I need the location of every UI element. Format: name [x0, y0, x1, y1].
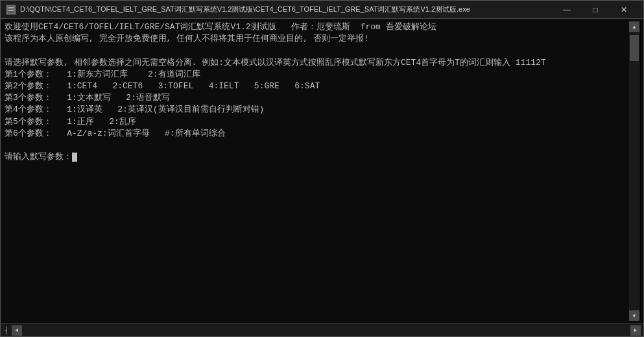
text-cursor: [72, 153, 77, 162]
title-bar: D:\QQTN\CET4_CET6_TOFEL_IELT_GRE_SAT词汇默写…: [1, 1, 643, 19]
console-area: 欢迎使用CET4/CET6/TOFEL/IELT/GRE/SAT词汇默写系统V1…: [1, 19, 643, 323]
title-bar-left: D:\QQTN\CET4_CET6_TOFEL_IELT_GRE_SAT词汇默写…: [6, 5, 470, 15]
console-line: 第1个参数： 1:新东方词汇库 2:有道词汇库: [5, 69, 629, 81]
console-line: 该程序为本人原创编写, 完全开放免费使用, 任何人不得将其用于任何商业目的, 否…: [5, 33, 629, 45]
scroll-left-button[interactable]: ◄: [12, 325, 22, 336]
svg-rect-2: [8, 10, 14, 11]
horizontal-scrollbar-track[interactable]: [22, 325, 630, 336]
console-line: 请选择默写参数, 相邻参数选择之间无需空格分离. 例如:文本模式以汉译英方式按照…: [5, 57, 629, 69]
window-controls: — □ ✕: [553, 1, 638, 19]
minimize-button[interactable]: —: [553, 1, 581, 19]
console-line: 第2个参数： 1:CET4 2:CET6 3:TOFEL 4:IELT 5:GR…: [5, 81, 629, 92]
scrollbar-thumb[interactable]: [630, 35, 639, 61]
svg-rect-1: [8, 7, 14, 8]
scroll-down-button[interactable]: ▼: [629, 310, 639, 321]
console-line: 第5个参数： 1:正序 2:乱序: [5, 116, 629, 128]
console-line: [5, 45, 629, 56]
scrollbar-track[interactable]: [629, 32, 639, 310]
maximize-button[interactable]: □: [581, 1, 610, 19]
console-line: 第4个参数： 1:汉译英 2:英译汉(英译汉目前需自行判断对错): [5, 104, 629, 116]
console-line: 请输入默写参数：: [5, 151, 629, 163]
scroll-right-button[interactable]: ►: [630, 325, 641, 336]
scroll-up-button[interactable]: ▲: [629, 21, 639, 32]
bottom-bar: ┤ ◄ ►: [1, 323, 643, 336]
window-title: D:\QQTN\CET4_CET6_TOFEL_IELT_GRE_SAT词汇默写…: [20, 5, 470, 14]
status-indicator: ┤: [1, 327, 9, 334]
horizontal-scrollbar[interactable]: ◄ ►: [12, 325, 641, 336]
app-icon: [6, 5, 16, 15]
console-line: 第3个参数： 1:文本默写 2:语音默写: [5, 92, 629, 104]
close-button[interactable]: ✕: [610, 1, 638, 19]
console-line: 欢迎使用CET4/CET6/TOFEL/IELT/GRE/SAT词汇默写系统V1…: [5, 21, 629, 33]
console-line: 第6个参数： A-Z/a-z:词汇首字母 #:所有单词综合: [5, 128, 629, 140]
console-line: [5, 140, 629, 151]
vertical-scrollbar[interactable]: ▲ ▼: [629, 21, 639, 321]
console-content[interactable]: 欢迎使用CET4/CET6/TOFEL/IELT/GRE/SAT词汇默写系统V1…: [5, 21, 629, 321]
main-window: D:\QQTN\CET4_CET6_TOFEL_IELT_GRE_SAT词汇默写…: [0, 0, 644, 337]
